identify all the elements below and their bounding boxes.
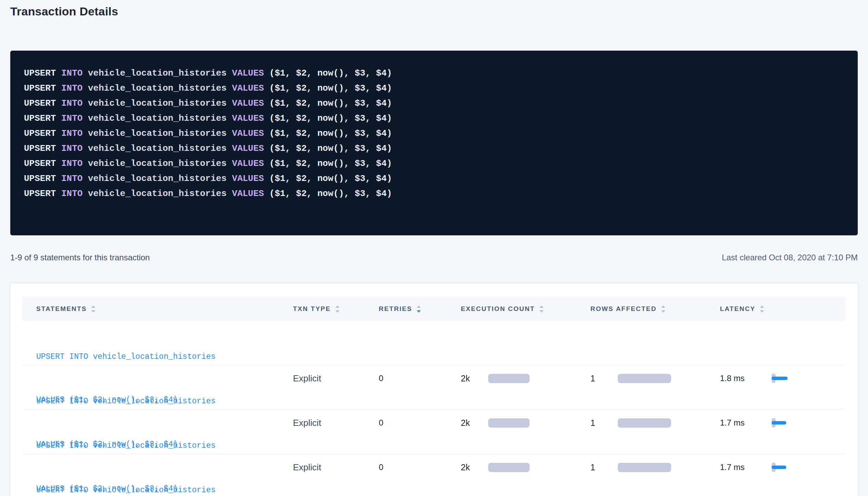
sort-icons xyxy=(417,305,421,313)
sql-statement-line: UPSERT INTO vehicle_location_histories V… xyxy=(24,171,844,186)
space xyxy=(227,68,232,78)
execution-count-bar xyxy=(488,418,530,428)
sort-descending-icon xyxy=(661,310,665,313)
sql-args-token: ($1, $2, now(), $3, $4) xyxy=(269,113,392,123)
page-title: Transaction Details xyxy=(10,5,858,18)
sort-ascending-icon xyxy=(661,305,665,308)
sql-command-token: UPSERT xyxy=(24,143,56,154)
sort-descending-icon xyxy=(335,310,339,313)
space xyxy=(227,113,232,123)
execution-count-bar xyxy=(488,374,530,383)
space xyxy=(227,158,232,169)
space xyxy=(227,188,232,199)
sql-keyword-token: INTO xyxy=(61,83,82,93)
space xyxy=(56,68,62,78)
last-cleared-timestamp: Last cleared Oct 08, 2020 at 7:10 PM xyxy=(722,252,858,263)
table-row: UPSERT INTO vehicle_location_histories V… xyxy=(23,321,845,365)
sql-statement-line: UPSERT INTO vehicle_location_histories V… xyxy=(24,126,844,141)
execution-count-cell: 2k xyxy=(461,418,590,428)
space xyxy=(83,173,88,184)
sort-descending-icon xyxy=(417,310,421,313)
space xyxy=(227,83,232,93)
sql-statement-line: UPSERT INTO vehicle_location_histories V… xyxy=(24,66,844,81)
sql-args-token: ($1, $2, now(), $3, $4) xyxy=(269,98,392,108)
latency-cell: 1.7 ms xyxy=(720,418,845,428)
txn-type-cell: Explicit xyxy=(293,373,379,384)
sql-keyword-token: VALUES xyxy=(232,98,264,108)
column-header-statements[interactable]: STATEMENTS xyxy=(36,305,293,313)
space xyxy=(83,98,88,108)
column-header-latency[interactable]: LATENCY xyxy=(720,305,845,313)
sql-keyword-token: VALUES xyxy=(232,173,264,184)
sort-ascending-icon xyxy=(417,305,421,308)
latency-value: 1.7 ms xyxy=(720,462,772,472)
space xyxy=(227,98,232,108)
statements-summary-row: 1-9 of 9 statements for this transaction… xyxy=(10,252,858,263)
statement-link-line1: UPSERT INTO vehicle_location_histories xyxy=(36,394,293,408)
statement-link[interactable]: UPSERT INTO vehicle_location_histories V… xyxy=(36,454,293,496)
space xyxy=(56,188,62,199)
space xyxy=(83,68,88,78)
statement-link-line1: UPSERT INTO vehicle_location_histories xyxy=(36,483,293,496)
transaction-details-page: Transaction Details UPSERT INTO vehicle_… xyxy=(0,0,868,496)
column-header-rows-affected[interactable]: ROWS AFFECTED xyxy=(590,305,720,313)
table-row: UPSERT INTO vehicle_location_histories V… xyxy=(23,365,845,410)
sort-icons xyxy=(91,305,95,313)
txn-type-cell: Explicit xyxy=(293,418,379,428)
sql-args-token: ($1, $2, now(), $3, $4) xyxy=(269,158,392,169)
column-header-execution-count[interactable]: EXECUTION COUNT xyxy=(461,305,590,313)
rows-affected-value: 1 xyxy=(590,374,618,383)
space xyxy=(264,188,269,199)
column-header-label: STATEMENTS xyxy=(36,305,87,313)
sql-code-block: UPSERT INTO vehicle_location_histories V… xyxy=(10,51,858,235)
execution-count-cell: 2k xyxy=(461,462,590,472)
space xyxy=(83,158,88,169)
latency-cell: 1.8 ms xyxy=(720,374,845,383)
latency-bar xyxy=(772,421,786,425)
sql-table-name-token: vehicle_location_histories xyxy=(88,173,227,184)
sort-ascending-icon xyxy=(335,305,339,308)
sql-keyword-token: INTO xyxy=(61,173,82,184)
space xyxy=(56,128,62,139)
space xyxy=(83,188,88,199)
sql-code-lines: UPSERT INTO vehicle_location_histories V… xyxy=(24,66,844,201)
space xyxy=(264,143,269,154)
sql-command-token: UPSERT xyxy=(24,98,56,108)
sql-keyword-token: INTO xyxy=(61,128,82,139)
column-header-label: EXECUTION COUNT xyxy=(461,305,535,313)
sql-args-token: ($1, $2, now(), $3, $4) xyxy=(269,143,392,154)
sql-statement-line: UPSERT INTO vehicle_location_histories V… xyxy=(24,186,844,201)
latency-chart xyxy=(772,374,813,383)
column-header-retries[interactable]: RETRIES xyxy=(379,305,461,313)
sql-args-token: ($1, $2, now(), $3, $4) xyxy=(269,128,392,139)
space xyxy=(83,83,88,93)
sql-table-name-token: vehicle_location_histories xyxy=(88,143,227,154)
latency-value: 1.8 ms xyxy=(720,374,772,383)
sql-statement-line: UPSERT INTO vehicle_location_histories V… xyxy=(24,96,844,111)
retries-cell: 0 xyxy=(379,418,461,428)
sql-keyword-token: INTO xyxy=(61,188,82,199)
sql-args-token: ($1, $2, now(), $3, $4) xyxy=(269,188,392,199)
rows-affected-bar xyxy=(618,374,671,383)
latency-chart xyxy=(772,462,813,472)
rows-affected-cell: 1 xyxy=(590,462,720,472)
sql-keyword-token: VALUES xyxy=(232,83,264,93)
space xyxy=(83,128,88,139)
space xyxy=(264,113,269,123)
column-header-txn-type[interactable]: TXN TYPE xyxy=(293,305,379,313)
sql-table-name-token: vehicle_location_histories xyxy=(88,98,227,108)
rows-affected-bar xyxy=(618,418,671,428)
sort-icons xyxy=(661,305,665,313)
sql-statement-line: UPSERT INTO vehicle_location_histories V… xyxy=(24,111,844,126)
sql-keyword-token: VALUES xyxy=(232,188,264,199)
rows-affected-value: 1 xyxy=(590,418,618,428)
table-row: UPSERT INTO vehicle_location_histories V… xyxy=(23,454,845,496)
execution-count-value: 2k xyxy=(461,374,488,383)
sql-args-token: ($1, $2, now(), $3, $4) xyxy=(269,83,392,93)
sort-ascending-icon xyxy=(760,305,764,308)
space xyxy=(264,98,269,108)
space xyxy=(56,143,62,154)
sql-command-token: UPSERT xyxy=(24,158,56,169)
space xyxy=(264,128,269,139)
column-header-label: LATENCY xyxy=(720,305,756,313)
